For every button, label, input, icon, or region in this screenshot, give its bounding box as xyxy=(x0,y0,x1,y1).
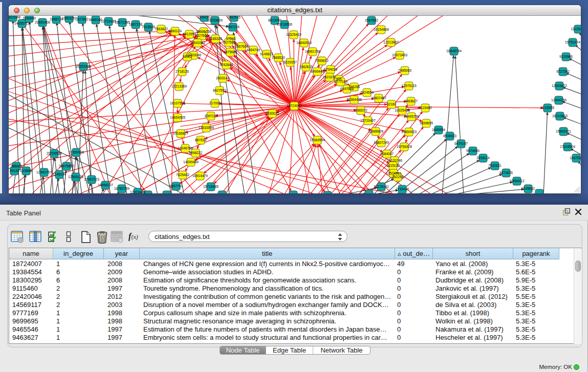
svg-text:15716485: 15716485 xyxy=(203,185,219,188)
svg-text:1498222: 1498222 xyxy=(189,151,202,155)
svg-text:10046756: 10046756 xyxy=(178,146,193,150)
svg-text:39134: 39134 xyxy=(10,169,19,172)
svg-text:20206536: 20206536 xyxy=(47,151,62,155)
svg-text:20053346: 20053346 xyxy=(76,64,91,68)
svg-text:18640910: 18640910 xyxy=(296,41,312,45)
svg-text:8813054: 8813054 xyxy=(268,18,281,22)
svg-text:17359928: 17359928 xyxy=(69,150,84,154)
svg-text:10973493: 10973493 xyxy=(392,53,407,57)
svg-text:19756928: 19756928 xyxy=(397,145,412,148)
svg-text:9463627: 9463627 xyxy=(404,99,418,103)
svg-text:1562615: 1562615 xyxy=(299,65,313,69)
svg-text:11325419: 11325419 xyxy=(286,33,301,36)
svg-text:9777169: 9777169 xyxy=(334,80,347,83)
svg-text:16033809: 16033809 xyxy=(207,18,223,22)
svg-text:19384554: 19384554 xyxy=(310,138,325,142)
svg-text:14055713: 14055713 xyxy=(14,21,30,25)
svg-text:16120746: 16120746 xyxy=(387,159,402,162)
svg-text:15226058: 15226058 xyxy=(196,30,211,33)
svg-text:1530025: 1530025 xyxy=(266,112,279,115)
svg-text:18724007: 18724007 xyxy=(287,104,302,107)
svg-text:1621072: 1621072 xyxy=(323,75,336,79)
svg-text:887833: 887833 xyxy=(195,138,207,142)
svg-text:12923448: 12923448 xyxy=(130,190,145,193)
svg-text:9084067: 9084067 xyxy=(380,152,394,156)
svg-text:16021048: 16021048 xyxy=(9,16,20,19)
svg-text:20691406: 20691406 xyxy=(35,20,50,24)
svg-text:13524861: 13524861 xyxy=(386,171,401,175)
svg-text:8990448: 8990448 xyxy=(311,70,324,73)
svg-text:18807249: 18807249 xyxy=(374,141,389,144)
svg-text:2803144: 2803144 xyxy=(216,76,229,80)
svg-text:9899695: 9899695 xyxy=(420,121,433,125)
svg-text:9327505: 9327505 xyxy=(222,40,235,44)
svg-text:10688609: 10688609 xyxy=(368,129,383,133)
svg-text:8215955: 8215955 xyxy=(541,106,554,110)
svg-text:19654905: 19654905 xyxy=(170,116,185,119)
svg-text:6794028: 6794028 xyxy=(324,68,337,71)
svg-text:15751074: 15751074 xyxy=(565,40,580,44)
svg-text:8454749: 8454749 xyxy=(247,48,260,52)
svg-text:7632621: 7632621 xyxy=(488,164,502,167)
svg-text:39975867: 39975867 xyxy=(59,164,74,168)
svg-text:1145194: 1145194 xyxy=(53,172,66,176)
svg-text:98961: 98961 xyxy=(183,55,192,58)
svg-text:8471676: 8471676 xyxy=(499,171,513,174)
svg-text:1115689: 1115689 xyxy=(19,169,32,172)
svg-text:9657791: 9657791 xyxy=(169,184,183,188)
svg-text:17957223: 17957223 xyxy=(84,178,99,181)
svg-text:385061: 385061 xyxy=(11,164,23,168)
svg-text:19166827: 19166827 xyxy=(173,132,188,135)
svg-text:12942757: 12942757 xyxy=(36,170,52,174)
svg-text:16961758: 16961758 xyxy=(305,50,320,53)
svg-text:20364436: 20364436 xyxy=(346,98,362,101)
svg-text:16107553: 16107553 xyxy=(170,101,185,105)
svg-text:62160: 62160 xyxy=(387,102,397,106)
svg-text:13533594: 13533594 xyxy=(199,126,214,129)
svg-text:7986372: 7986372 xyxy=(354,108,367,112)
svg-text:12444159: 12444159 xyxy=(551,98,567,102)
svg-text:8186328: 8186328 xyxy=(209,37,222,40)
svg-text:16648784: 16648784 xyxy=(446,49,462,53)
svg-text:1802515: 1802515 xyxy=(227,16,241,19)
svg-text:10654112: 10654112 xyxy=(509,179,525,183)
svg-text:7515526: 7515526 xyxy=(142,25,155,29)
svg-text:16154808: 16154808 xyxy=(374,28,389,31)
svg-text:8860124: 8860124 xyxy=(168,29,182,33)
svg-text:15692971: 15692971 xyxy=(556,129,571,133)
svg-text:2087682: 2087682 xyxy=(365,18,378,22)
svg-text:1588520: 1588520 xyxy=(272,56,285,59)
svg-text:7563822: 7563822 xyxy=(155,27,168,31)
svg-text:8220357: 8220357 xyxy=(284,60,297,64)
svg-text:3675685: 3675685 xyxy=(224,50,237,54)
svg-text:16671385: 16671385 xyxy=(115,20,130,24)
svg-text:17016504: 17016504 xyxy=(560,145,575,148)
svg-text:1640954: 1640954 xyxy=(432,128,445,132)
svg-text:15720407: 15720407 xyxy=(360,119,376,122)
svg-text:19218506: 19218506 xyxy=(277,23,292,26)
svg-text:12093872: 12093872 xyxy=(552,84,567,87)
svg-text:12213967: 12213967 xyxy=(383,40,399,44)
svg-text:9242848: 9242848 xyxy=(220,63,233,67)
svg-text:17546: 17546 xyxy=(226,37,236,40)
svg-text:7955812: 7955812 xyxy=(315,59,329,62)
svg-text:9227342: 9227342 xyxy=(556,70,570,73)
svg-text:7485063: 7485063 xyxy=(398,69,411,72)
svg-text:1733426: 1733426 xyxy=(396,187,409,191)
svg-text:2867608: 2867608 xyxy=(235,45,248,48)
svg-text:2030690: 2030690 xyxy=(23,16,36,20)
svg-text:10807487: 10807487 xyxy=(371,96,386,100)
svg-text:9474444: 9474444 xyxy=(466,149,480,152)
svg-text:8912954: 8912954 xyxy=(183,32,196,36)
svg-text:10719185: 10719185 xyxy=(101,19,116,23)
svg-text:7357224: 7357224 xyxy=(226,25,239,29)
svg-text:16210643: 16210643 xyxy=(552,114,568,118)
svg-text:1667138: 1667138 xyxy=(129,23,142,26)
svg-text:16495756: 16495756 xyxy=(404,115,419,118)
svg-text:12213369: 12213369 xyxy=(171,84,187,88)
svg-text:1167533: 1167533 xyxy=(570,156,581,160)
svg-text:2935114: 2935114 xyxy=(476,156,490,160)
svg-text:16136141: 16136141 xyxy=(374,185,389,188)
svg-text:7625402: 7625402 xyxy=(176,173,189,177)
svg-text:9129966: 9129966 xyxy=(559,55,573,58)
